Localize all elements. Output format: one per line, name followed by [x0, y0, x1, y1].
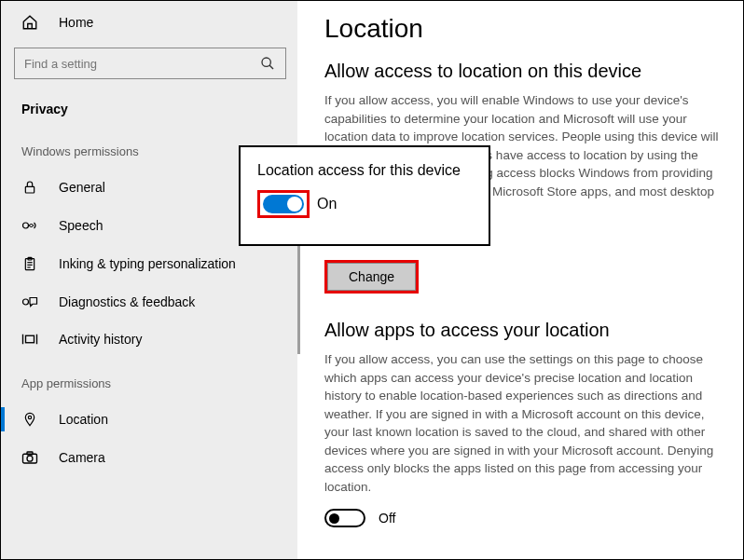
nav-inking[interactable]: Inking & typing personalization	[1, 244, 297, 283]
main-content: Location Allow access to location on thi…	[319, 1, 743, 559]
camera-icon	[21, 450, 38, 465]
change-button[interactable]: Change	[327, 263, 416, 291]
svg-point-15	[27, 456, 33, 461]
svg-point-3	[23, 223, 29, 228]
scrollbar[interactable]	[297, 242, 300, 354]
nav-home-label: Home	[59, 15, 93, 30]
search-input[interactable]	[14, 48, 286, 79]
nav-activity[interactable]: Activity history	[1, 321, 297, 358]
apps-location-toggle[interactable]	[324, 509, 365, 527]
activity-icon	[21, 332, 38, 347]
home-icon	[21, 14, 38, 31]
nav-location[interactable]: Location	[1, 400, 297, 439]
search-wrap	[14, 48, 286, 79]
search-icon	[260, 56, 275, 71]
page-title: Location	[324, 14, 723, 44]
nav-activity-label: Activity history	[59, 332, 142, 347]
svg-rect-2	[25, 186, 34, 193]
nav-diagnostics[interactable]: Diagnostics & feedback	[1, 283, 297, 321]
lock-icon	[21, 179, 38, 196]
group-app-permissions: App permissions	[1, 358, 297, 400]
clipboard-icon	[21, 255, 38, 272]
popup-toggle-label: On	[317, 196, 337, 212]
allow-device-heading: Allow access to location on this device	[324, 61, 723, 82]
nav-diagnostics-label: Diagnostics & feedback	[59, 294, 195, 309]
svg-rect-12	[26, 335, 34, 343]
speech-icon	[21, 218, 38, 233]
change-button-highlight: Change	[324, 260, 419, 294]
sidebar-section-privacy: Privacy	[1, 92, 297, 126]
apps-toggle-row: Off	[324, 509, 723, 527]
nav-speech-label: Speech	[59, 218, 103, 233]
device-location-toggle[interactable]	[263, 195, 304, 213]
nav-general-label: General	[59, 180, 105, 195]
svg-line-1	[269, 65, 273, 69]
svg-point-9	[23, 299, 29, 305]
svg-point-13	[28, 416, 31, 418]
nav-location-label: Location	[59, 412, 108, 427]
nav-camera[interactable]: Camera	[1, 439, 297, 476]
svg-point-0	[262, 58, 270, 66]
popup-toggle-highlight	[257, 190, 310, 218]
allow-apps-heading: Allow apps to access your location	[324, 320, 723, 341]
allow-apps-body: If you allow access, you can use the set…	[324, 350, 723, 497]
location-access-popup: Location access for this device On	[239, 145, 490, 246]
location-icon	[21, 411, 38, 428]
popup-title: Location access for this device	[257, 162, 472, 179]
feedback-icon	[21, 294, 38, 309]
apps-toggle-label: Off	[379, 511, 395, 526]
nav-inking-label: Inking & typing personalization	[59, 256, 236, 271]
nav-camera-label: Camera	[59, 450, 105, 465]
svg-rect-16	[27, 452, 33, 455]
settings-sidebar: Home Privacy Windows permissions General…	[1, 1, 297, 559]
nav-home[interactable]: Home	[1, 1, 297, 42]
